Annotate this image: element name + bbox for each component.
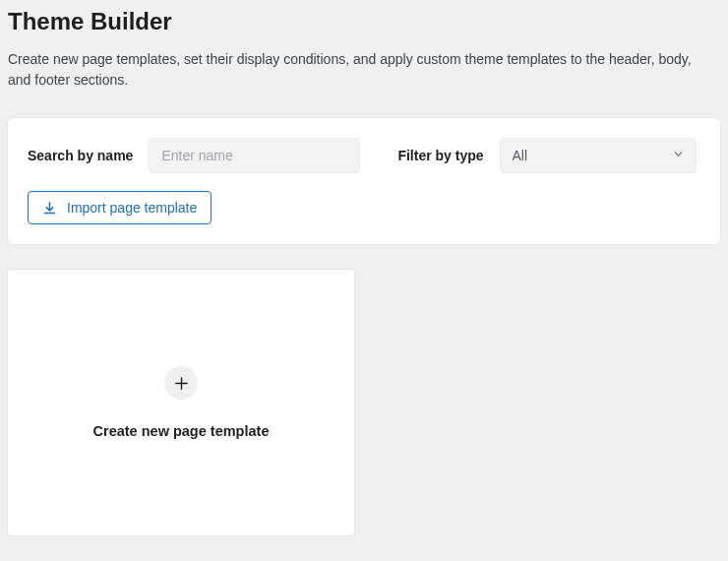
import-button-label: Import page template — [67, 200, 197, 216]
plus-icon — [164, 366, 198, 400]
import-page-template-button[interactable]: Import page template — [28, 191, 212, 224]
filter-label: Filter by type — [397, 148, 483, 163]
create-page-template-tile[interactable]: Create new page template — [8, 270, 354, 535]
search-input[interactable] — [149, 138, 360, 173]
search-label: Search by name — [28, 148, 133, 163]
filter-select[interactable]: All — [500, 138, 697, 173]
toolbar-card: Search by name Filter by type All — [8, 118, 720, 244]
page-description: Create new page templates, set their dis… — [8, 49, 706, 91]
page-title: Theme Builder — [8, 8, 720, 35]
create-tile-label: Create new page template — [93, 423, 270, 439]
download-icon — [42, 201, 57, 216]
